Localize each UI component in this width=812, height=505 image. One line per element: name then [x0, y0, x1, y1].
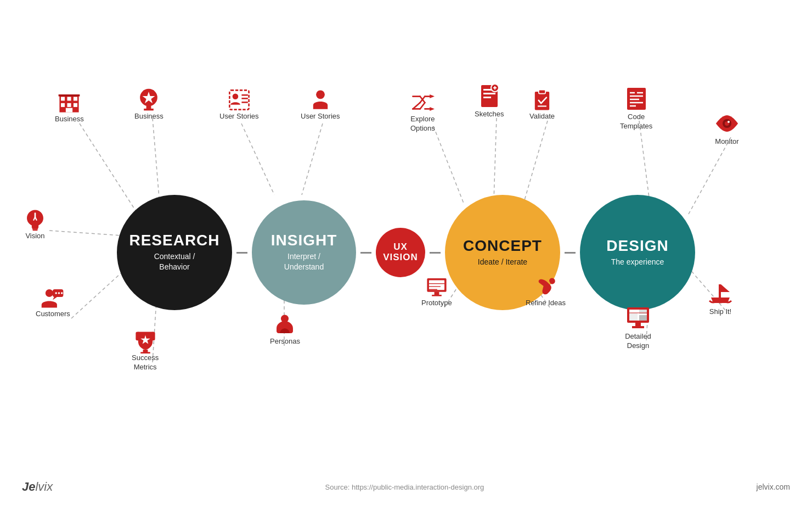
svg-line-8	[433, 126, 464, 203]
monitor-label: Monitor	[715, 137, 738, 147]
bulb-icon	[23, 207, 47, 232]
node-business-1: Business	[55, 91, 84, 124]
svg-point-51	[316, 90, 325, 99]
svg-rect-42	[151, 332, 155, 340]
svg-line-6	[302, 124, 323, 195]
svg-point-35	[46, 289, 53, 297]
svg-marker-62	[430, 107, 435, 111]
research-title: RESEARCH	[129, 232, 219, 249]
svg-point-38	[58, 292, 60, 294]
svg-rect-95	[639, 315, 647, 321]
user-stories-1-label: User Stories	[219, 112, 259, 121]
diagram-container: RESEARCH Contextual /Behavior INSIGHT In…	[0, 0, 812, 505]
refine-ideas-label: Refine Ideas	[526, 299, 566, 308]
svg-rect-71	[539, 90, 545, 94]
node-code-templates: CodeTemplates	[620, 85, 652, 131]
node-validate: Validate	[529, 88, 555, 121]
ellipse-insight: INSIGHT Interpret /Understand	[252, 200, 356, 305]
svg-rect-22	[67, 103, 71, 107]
node-business-2: Business	[134, 88, 163, 121]
connector-3	[430, 252, 441, 254]
connector-1	[236, 252, 247, 254]
svg-rect-23	[74, 103, 77, 107]
svg-line-9	[494, 118, 497, 200]
svg-rect-28	[146, 105, 151, 109]
svg-rect-75	[434, 292, 439, 295]
node-detailed-design: DetailedDesign	[624, 305, 652, 351]
prototype-label: Prototype	[421, 299, 452, 308]
person-chat-icon	[41, 285, 65, 310]
svg-rect-66	[483, 97, 491, 98]
research-subtitle: Contextual /Behavior	[154, 251, 195, 273]
business-1-label: Business	[55, 115, 84, 124]
sketches-label: Sketches	[475, 110, 504, 119]
svg-line-13	[639, 121, 650, 206]
svg-rect-74	[429, 280, 444, 290]
svg-rect-76	[432, 295, 442, 296]
svg-rect-21	[61, 103, 65, 107]
ship-it-label: Ship It!	[709, 307, 731, 317]
footer-brand: Jelvix	[22, 480, 53, 494]
node-prototype: Prototype	[421, 274, 452, 308]
eye-icon	[713, 110, 741, 137]
svg-point-90	[728, 121, 730, 123]
svg-line-55	[420, 103, 425, 109]
user-stories-2-label: User Stories	[301, 112, 340, 121]
svg-rect-93	[629, 313, 638, 321]
shuffle-icon	[410, 91, 435, 115]
concept-subtitle: Ideate / Iterate	[478, 257, 527, 268]
prototype-icon	[425, 274, 449, 299]
svg-rect-31	[33, 229, 38, 231]
svg-rect-97	[635, 323, 641, 326]
node-monitor: Monitor	[713, 110, 741, 147]
svg-point-47	[232, 94, 238, 100]
concept-title: CONCEPT	[463, 238, 542, 255]
ellipse-research: RESEARCH Contextual /Behavior	[117, 195, 232, 310]
ellipse-ux: UXVISION	[376, 228, 425, 277]
svg-rect-99	[719, 284, 721, 298]
footer-source: Source: https://public-media.interaction…	[325, 483, 484, 491]
svg-rect-70	[535, 92, 549, 110]
design-title: DESIGN	[606, 238, 668, 255]
persona-icon	[273, 313, 297, 337]
svg-rect-98	[632, 326, 644, 328]
svg-rect-18	[61, 97, 65, 100]
svg-point-80	[542, 290, 546, 294]
svg-rect-19	[67, 97, 71, 100]
connector-4	[565, 252, 576, 254]
node-sketches: Sketches	[475, 82, 504, 119]
svg-rect-46	[229, 90, 249, 109]
svg-line-5	[241, 124, 274, 195]
node-success-metrics: SuccessMetrics	[132, 329, 159, 372]
business-2-label: Business	[134, 112, 163, 121]
svg-rect-24	[66, 108, 72, 113]
explore-options-label: ExploreOptions	[410, 115, 435, 133]
node-personas: Personas	[270, 313, 300, 346]
node-vision: Vision	[23, 207, 47, 241]
trophy-icon	[133, 329, 157, 354]
node-explore-options: ExploreOptions	[410, 91, 435, 133]
svg-rect-94	[639, 310, 647, 314]
svg-line-57	[413, 103, 420, 109]
svg-line-1	[153, 118, 159, 198]
ux-title: UXVISION	[383, 242, 418, 262]
svg-point-39	[61, 292, 63, 294]
design-screen-icon	[624, 305, 652, 332]
customers-label: Customers	[36, 310, 70, 319]
node-user-stories-2: User Stories	[301, 88, 340, 121]
connector-2	[360, 252, 371, 254]
svg-marker-61	[430, 94, 435, 98]
ellipse-design: DESIGN The experience	[580, 195, 695, 310]
code-lines-icon	[623, 85, 650, 113]
building-icon	[57, 91, 81, 115]
code-templates-label: CodeTemplates	[620, 113, 652, 131]
node-user-stories-1: User Stories	[219, 88, 259, 121]
footer-url: jelvix.com	[757, 482, 790, 491]
personas-label: Personas	[270, 337, 300, 346]
svg-rect-25	[59, 94, 80, 97]
award-icon	[137, 88, 161, 112]
design-subtitle: The experience	[611, 257, 664, 268]
svg-rect-30	[32, 228, 38, 229]
vision-label: Vision	[25, 232, 44, 241]
refine-icon	[534, 274, 558, 299]
